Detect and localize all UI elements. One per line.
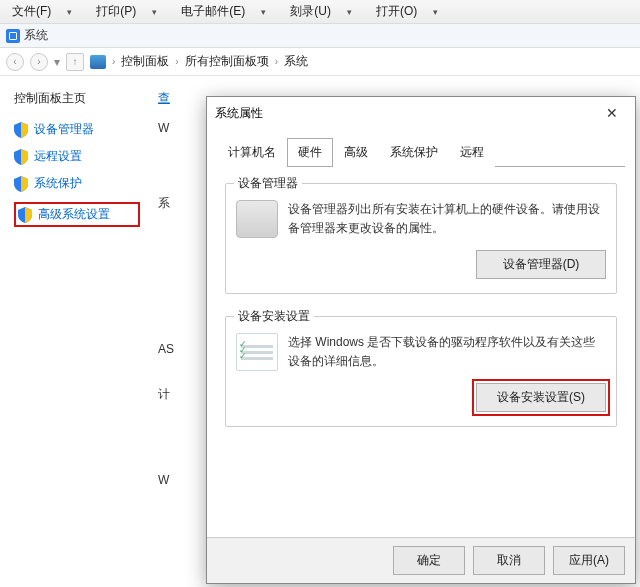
chevron-right-icon: › xyxy=(275,56,278,67)
device-manager-icon xyxy=(236,200,278,238)
menubar: 文件(F)▾ 打印(P)▾ 电子邮件(E)▾ 刻录(U)▾ 打开(O)▾ xyxy=(0,0,640,24)
menu-burn[interactable]: 刻录(U) xyxy=(284,1,337,22)
system-icon xyxy=(6,29,20,43)
chevron-right-icon: › xyxy=(112,56,115,67)
chevron-down-icon: ▾ xyxy=(341,5,358,19)
sidebar-item-label: 远程设置 xyxy=(34,148,82,165)
group-legend: 设备安装设置 xyxy=(234,308,314,325)
sidebar: 控制面板主页 设备管理器 远程设置 系统保护 高级系统设置 xyxy=(0,76,150,587)
shield-icon xyxy=(18,207,32,223)
apply-button[interactable]: 应用(A) xyxy=(553,546,625,575)
tab-page-hardware: 设备管理器 设备管理器列出所有安装在计算机上的硬件设备。请使用设备管理器来更改设… xyxy=(207,167,635,537)
tab-computer-name[interactable]: 计算机名 xyxy=(217,138,287,167)
breadcrumb: ‹ › ▾ ↑ › 控制面板 › 所有控制面板项 › 系统 xyxy=(0,48,640,76)
shield-icon xyxy=(14,122,28,138)
dialog-titlebar: 系统属性 ✕ xyxy=(207,97,635,129)
device-install-settings-button[interactable]: 设备安装设置(S) xyxy=(476,383,606,412)
sidebar-item-advanced-settings[interactable]: 高级系统设置 xyxy=(14,202,140,227)
crumb-control-panel[interactable]: 控制面板 xyxy=(121,53,169,70)
address-label: 系统 xyxy=(24,27,48,44)
sidebar-item-label: 设备管理器 xyxy=(34,121,94,138)
nav-back-button[interactable]: ‹ xyxy=(6,53,24,71)
sidebar-item-device-manager[interactable]: 设备管理器 xyxy=(14,121,140,138)
group-legend: 设备管理器 xyxy=(234,175,302,192)
chevron-down-icon: ▾ xyxy=(146,5,163,19)
tab-advanced[interactable]: 高级 xyxy=(333,138,379,167)
crumb-all-items[interactable]: 所有控制面板项 xyxy=(185,53,269,70)
device-manager-desc: 设备管理器列出所有安装在计算机上的硬件设备。请使用设备管理器来更改设备的属性。 xyxy=(288,200,606,237)
computer-icon xyxy=(90,55,106,69)
chevron-down-icon: ▾ xyxy=(61,5,78,19)
tab-system-protect[interactable]: 系统保护 xyxy=(379,138,449,167)
sidebar-home[interactable]: 控制面板主页 xyxy=(14,90,140,107)
close-button[interactable]: ✕ xyxy=(597,103,627,123)
shield-icon xyxy=(14,149,28,165)
sidebar-item-label: 高级系统设置 xyxy=(38,206,110,223)
address-bar: 系统 xyxy=(0,24,640,48)
dialog-footer: 确定 取消 应用(A) xyxy=(207,537,635,583)
nav-up-button[interactable]: ↑ xyxy=(66,53,84,71)
chevron-down-icon: ▾ xyxy=(255,5,272,19)
menu-email[interactable]: 电子邮件(E) xyxy=(175,1,251,22)
chevron-right-icon: › xyxy=(175,56,178,67)
sidebar-item-remote[interactable]: 远程设置 xyxy=(14,148,140,165)
tab-remote[interactable]: 远程 xyxy=(449,138,495,167)
dialog-tabs: 计算机名 硬件 高级 系统保护 远程 xyxy=(207,129,635,166)
menu-print[interactable]: 打印(P) xyxy=(90,1,142,22)
menu-file[interactable]: 文件(F) xyxy=(6,1,57,22)
cancel-button[interactable]: 取消 xyxy=(473,546,545,575)
nav-forward-button[interactable]: › xyxy=(30,53,48,71)
install-settings-desc: 选择 Windows 是否下载设备的驱动程序软件以及有关这些设备的详细信息。 xyxy=(288,333,606,370)
shield-icon xyxy=(14,176,28,192)
chevron-down-icon: ▾ xyxy=(427,5,444,19)
device-manager-button[interactable]: 设备管理器(D) xyxy=(476,250,606,279)
system-properties-dialog: 系统属性 ✕ 计算机名 硬件 高级 系统保护 远程 设备管理器 设备管理器列出所… xyxy=(206,96,636,584)
tab-hardware[interactable]: 硬件 xyxy=(287,138,333,167)
sidebar-item-label: 系统保护 xyxy=(34,175,82,192)
nav-recent-button[interactable]: ▾ xyxy=(54,55,60,69)
group-device-manager: 设备管理器 设备管理器列出所有安装在计算机上的硬件设备。请使用设备管理器来更改设… xyxy=(225,183,617,294)
crumb-system[interactable]: 系统 xyxy=(284,53,308,70)
sidebar-item-protection[interactable]: 系统保护 xyxy=(14,175,140,192)
ok-button[interactable]: 确定 xyxy=(393,546,465,575)
menu-open[interactable]: 打开(O) xyxy=(370,1,423,22)
group-device-install: 设备安装设置 选择 Windows 是否下载设备的驱动程序软件以及有关这些设备的… xyxy=(225,316,617,427)
install-settings-icon xyxy=(236,333,278,371)
dialog-title: 系统属性 xyxy=(215,105,263,122)
